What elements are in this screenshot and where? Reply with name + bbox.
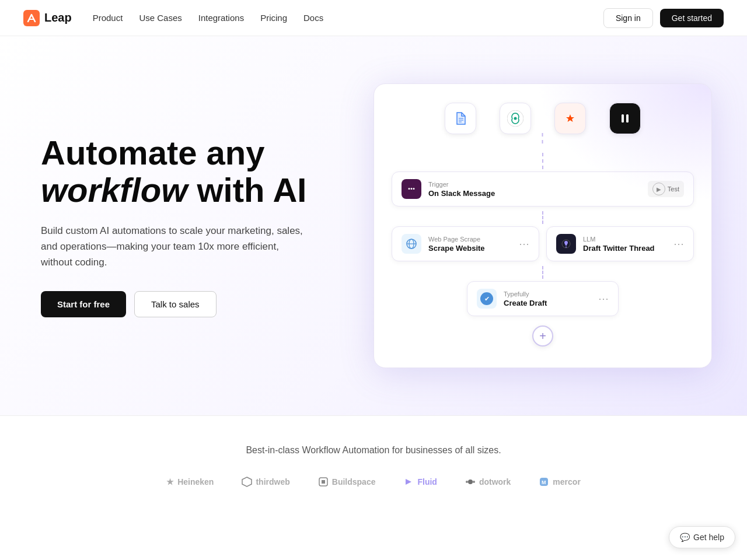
nav-use-cases[interactable]: Use Cases xyxy=(139,13,181,23)
add-step-button[interactable]: + xyxy=(532,326,553,346)
check-icon: ✔ xyxy=(480,292,493,305)
svg-rect-18 xyxy=(322,480,325,484)
svg-point-15 xyxy=(566,247,567,248)
start-free-button[interactable]: Start for free xyxy=(41,291,126,317)
logo-fluid: Fluid xyxy=(403,477,437,487)
svg-marker-16 xyxy=(242,477,252,487)
svg-rect-8 xyxy=(622,114,624,123)
slack-icon xyxy=(402,179,421,199)
typefully-icon: ✔ xyxy=(477,289,497,309)
nav-pricing[interactable]: Pricing xyxy=(260,13,287,23)
nav-integrations[interactable]: Integrations xyxy=(198,13,244,23)
typefully-title: Create Draft xyxy=(504,299,591,307)
hero-content: Automate any workflow with AI Build cust… xyxy=(41,134,309,317)
llm-text: LLM Draft Twitter Thread xyxy=(583,236,666,253)
integration-icon xyxy=(554,103,586,134)
web-scrape-card: Web Page Scrape Scrape Website ⋯ xyxy=(392,226,539,261)
svg-point-19 xyxy=(468,480,473,484)
typefully-card: ✔ Typefully Create Draft ⋯ xyxy=(467,281,619,316)
brand-name: Leap xyxy=(44,11,72,24)
llm-title: Draft Twitter Thread xyxy=(583,244,666,253)
nav-docs[interactable]: Docs xyxy=(303,13,323,23)
logo[interactable]: Leap xyxy=(23,10,72,26)
trigger-label: Trigger xyxy=(428,181,641,188)
openai-icon xyxy=(500,103,531,134)
gdocs-icon xyxy=(445,103,476,134)
navbar: Leap Product Use Cases Integrations Pric… xyxy=(0,0,747,36)
workflow-two-col: Web Page Scrape Scrape Website ⋯ xyxy=(392,226,694,261)
trigger-card: Trigger On Slack Message ▶ Test xyxy=(392,172,694,206)
workflow-top-icons xyxy=(392,103,694,134)
hero-description: Build custom AI automations to scale you… xyxy=(41,223,309,271)
logo-heineken: ★Heineken xyxy=(166,477,214,487)
hero-section: Automate any workflow with AI Build cust… xyxy=(0,36,747,415)
play-icon: ▶ xyxy=(652,183,665,195)
connector-line-1 xyxy=(542,153,543,169)
navbar-right: Sign in Get started xyxy=(603,8,724,28)
svg-rect-9 xyxy=(626,114,629,123)
signin-button[interactable]: Sign in xyxy=(603,8,653,28)
social-proof-section: Best-in-class Workflow Automation for bu… xyxy=(0,415,747,516)
llm-card: LLM Draft Twitter Thread ⋯ xyxy=(546,226,694,261)
trigger-title: On Slack Message xyxy=(428,189,641,198)
web-scrape-title: Scrape Website xyxy=(428,244,512,253)
web-scrape-menu[interactable]: ⋯ xyxy=(519,237,529,250)
web-scrape-label: Web Page Scrape xyxy=(428,236,512,243)
typefully-text: Typefully Create Draft xyxy=(504,290,591,307)
svg-text:M: M xyxy=(542,480,546,485)
svg-point-6 xyxy=(514,117,517,120)
workflow-diagram: Trigger On Slack Message ▶ Test xyxy=(374,83,712,368)
connector-line-2 xyxy=(542,211,543,224)
logo-thirdweb: thirdweb xyxy=(242,477,289,487)
llm-menu[interactable]: ⋯ xyxy=(673,237,684,250)
logo-dotwork: dotwork xyxy=(465,477,511,487)
svg-point-20 xyxy=(466,481,468,483)
logos-row: ★Heineken thirdweb Buildspace Fluid dotw… xyxy=(35,477,712,487)
talk-sales-button[interactable]: Talk to sales xyxy=(134,291,217,317)
llm-label: LLM xyxy=(583,236,666,243)
connector-line-3 xyxy=(542,266,543,279)
navbar-left: Leap Product Use Cases Integrations Pric… xyxy=(23,10,323,26)
social-proof-description: Best-in-class Workflow Automation for bu… xyxy=(35,445,712,456)
trigger-card-text: Trigger On Slack Message xyxy=(428,181,641,198)
typefully-menu[interactable]: ⋯ xyxy=(598,292,609,305)
logo-mercor: M mercor xyxy=(539,477,580,487)
logo-buildspace: Buildspace xyxy=(318,477,376,487)
llm-icon xyxy=(556,234,576,254)
hero-buttons: Start for free Talk to sales xyxy=(41,291,309,317)
web-scrape-text: Web Page Scrape Scrape Website xyxy=(428,236,512,253)
svg-rect-0 xyxy=(23,10,40,26)
workflow-container: Trigger On Slack Message ▶ Test xyxy=(374,83,712,368)
trigger-badge: ▶ Test xyxy=(648,181,684,197)
web-scrape-icon xyxy=(402,234,421,254)
hero-title: Automate any workflow with AI xyxy=(41,134,309,209)
getstarted-button[interactable]: Get started xyxy=(660,9,724,27)
nav-product[interactable]: Product xyxy=(93,13,123,23)
logo-icon xyxy=(23,10,40,26)
typefully-label: Typefully xyxy=(504,290,591,298)
svg-point-21 xyxy=(473,481,475,483)
nav-links: Product Use Cases Integrations Pricing D… xyxy=(93,13,324,23)
pause-icon xyxy=(609,103,641,134)
